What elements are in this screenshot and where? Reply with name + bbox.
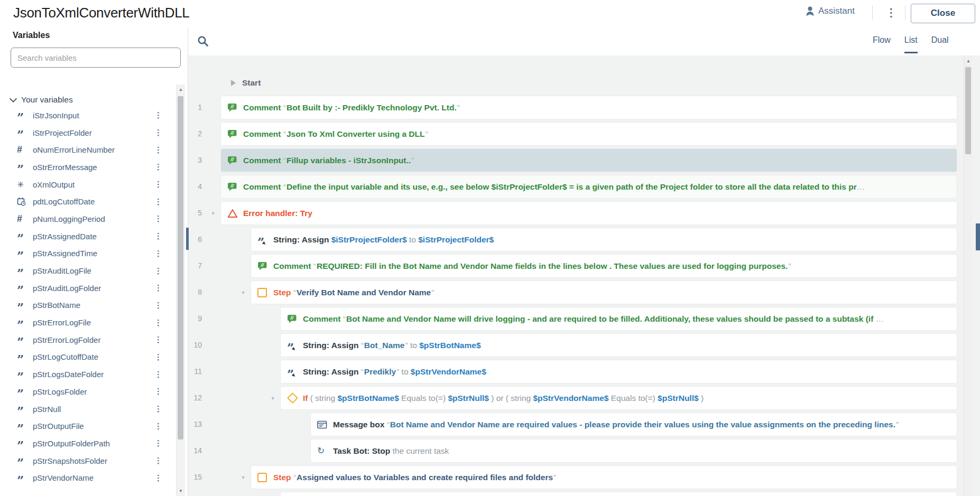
action-row[interactable]: If ( string $pStrBotName$ Equals to(=) $… xyxy=(281,387,957,409)
action-list-scrollbar-thumb[interactable] xyxy=(965,67,971,154)
start-node[interactable]: Start xyxy=(231,78,261,88)
variable-item[interactable]: ”pStrSnapshotsFolder⋮ xyxy=(0,452,175,470)
collapse-chevron-icon[interactable]: ▾ xyxy=(239,466,247,489)
variable-kebab-menu-icon[interactable]: ⋮ xyxy=(154,319,162,326)
variable-kebab-menu-icon[interactable]: ⋮ xyxy=(154,181,162,188)
variable-item[interactable]: ”pStrAssignedTime⋮ xyxy=(0,245,175,263)
row-text: String: Assign Predikly to $pStrVendorNa… xyxy=(303,360,954,383)
action-row[interactable]: Error handler: Try xyxy=(221,202,957,224)
variable-item[interactable]: ”iStrProjectFolder⋮ xyxy=(0,124,175,142)
variable-kebab-menu-icon[interactable]: ⋮ xyxy=(154,457,162,464)
string-type-icon: ” xyxy=(17,443,33,448)
collapse-chevron-icon[interactable]: ▾ xyxy=(209,202,217,224)
variable-name: pStrLogCutoffDate xyxy=(33,352,98,361)
scroll-up-arrow-icon[interactable]: ▲ xyxy=(964,59,973,63)
assign-arrow-icon xyxy=(262,241,266,245)
action-row[interactable]: //Comment Bot Built by :- Predikly Techn… xyxy=(221,96,957,119)
header-kebab-menu-icon[interactable]: ⋮ xyxy=(885,4,898,21)
variable-kebab-menu-icon[interactable]: ⋮ xyxy=(154,284,162,292)
variable-kebab-menu-icon[interactable]: ⋮ xyxy=(154,163,162,171)
action-row[interactable]: ↻Task Bot: Stop the current task xyxy=(311,439,957,462)
row-text-segment: String: Assign xyxy=(303,367,361,376)
row-text: Comment Define the input variable and it… xyxy=(243,175,954,198)
action-row[interactable]: //Comment Bot Name and Vendor Name will … xyxy=(281,307,957,330)
collapse-chevron-icon[interactable]: ▾ xyxy=(269,387,277,409)
variable-item[interactable]: ”pStrNull⋮ xyxy=(0,400,175,418)
variable-item[interactable]: ”iStrJsonInput⋮ xyxy=(0,107,175,124)
view-tab-list[interactable]: List xyxy=(904,32,918,53)
view-tab-flow[interactable]: Flow xyxy=(873,32,891,53)
search-variables-input[interactable] xyxy=(11,48,181,68)
variable-kebab-menu-icon[interactable]: ⋮ xyxy=(154,302,162,309)
your-variables-group-toggle[interactable]: Your variables xyxy=(11,95,73,105)
view-tab-dual[interactable]: Dual xyxy=(931,32,949,53)
variable-name: pStrAssignedTime xyxy=(33,249,97,258)
scroll-down-arrow-icon[interactable]: ▼ xyxy=(177,489,185,493)
action-row[interactable]: ”String: Assign $iStrProjectFolder$ to $… xyxy=(251,228,957,251)
variable-item[interactable]: ”pStrAuditLogFolder⋮ xyxy=(0,279,175,297)
sidebar-scrollbar[interactable]: ▲ ▼ xyxy=(176,85,185,496)
variable-item[interactable]: ”pStrOutputFile⋮ xyxy=(0,417,175,435)
action-row[interactable]: //Comment REQUIRED: Fill in the Bot Name… xyxy=(251,255,957,277)
assistant-person-icon xyxy=(806,6,815,16)
variable-kebab-menu-icon[interactable]: ⋮ xyxy=(154,474,162,482)
start-label: Start xyxy=(242,78,261,88)
variable-item[interactable]: pdtLogCutoffDate⋮ xyxy=(0,193,175,210)
comment-icon: // xyxy=(227,102,237,113)
variable-item[interactable]: ”pStrAuditLogFile⋮ xyxy=(0,262,175,279)
action-row[interactable]: //Comment Json To Xml Converter using a … xyxy=(221,123,957,145)
action-row[interactable]: ” xyxy=(281,492,957,496)
action-row[interactable]: //Comment Define the input variable and … xyxy=(221,175,957,198)
row-text-segment: $pStrVendorName$ xyxy=(533,394,608,403)
variable-item[interactable]: ”pStrLogCutoffDate⋮ xyxy=(0,349,175,366)
variable-item[interactable]: ”pStrAssignedDate⋮ xyxy=(0,228,175,245)
variable-kebab-menu-icon[interactable]: ⋮ xyxy=(154,232,162,240)
variable-kebab-menu-icon[interactable]: ⋮ xyxy=(154,439,162,447)
variable-kebab-menu-icon[interactable]: ⋮ xyxy=(154,423,162,430)
action-row[interactable]: Message box Bot Name and Vendor Name are… xyxy=(311,413,957,436)
variable-kebab-menu-icon[interactable]: ⋮ xyxy=(154,353,162,361)
variable-item[interactable]: #pNumLoggingPeriod⋮ xyxy=(0,210,175,228)
close-button[interactable]: Close xyxy=(911,4,975,23)
variable-item[interactable]: ”pStrOutputFolderPath⋮ xyxy=(0,435,175,452)
variable-item[interactable]: ”pStrBotName⋮ xyxy=(0,297,175,314)
variable-item[interactable]: #oNumErrorLineNumber⋮ xyxy=(0,141,175,158)
variable-item[interactable]: ”pStrLogsFolder⋮ xyxy=(0,383,175,400)
action-row[interactable]: Step Assigned values to Variables and cr… xyxy=(251,466,957,489)
variable-kebab-menu-icon[interactable]: ⋮ xyxy=(154,388,162,395)
variable-name: pStrErrorLogFile xyxy=(33,318,91,327)
variable-kebab-menu-icon[interactable]: ⋮ xyxy=(154,146,162,154)
row-text: Comment Json To Xml Converter using a DL… xyxy=(243,123,954,145)
variable-item[interactable]: ”pStrErrorLogFolder⋮ xyxy=(0,331,175,349)
variable-kebab-menu-icon[interactable]: ⋮ xyxy=(154,336,162,343)
variable-item[interactable]: ✳oXmlOutput⋮ xyxy=(0,176,175,193)
string-type-icon: ” xyxy=(17,339,33,344)
variable-kebab-menu-icon[interactable]: ⋮ xyxy=(154,405,162,413)
variables-panel: Variables Your variables ”iStrJsonInput⋮… xyxy=(0,27,188,496)
page-scrollbar-thumb[interactable] xyxy=(976,223,980,250)
action-row[interactable]: ”String: Assign Predikly to $pStrVendorN… xyxy=(281,360,957,383)
page-title: JsonToXmlConverterWithDLL xyxy=(13,5,190,21)
action-row[interactable]: //Comment Fillup variables - iStrJsonInp… xyxy=(221,149,957,172)
search-actions-icon[interactable] xyxy=(197,35,209,50)
variable-kebab-menu-icon[interactable]: ⋮ xyxy=(154,250,162,257)
variable-item[interactable]: ”pStrVendorName⋮ xyxy=(0,469,175,486)
action-row[interactable]: ”String: Assign Bot_Name to $pStrBotName… xyxy=(281,334,957,357)
variable-name: pStrOutputFolderPath xyxy=(33,439,110,448)
variable-name: pStrSnapshotsFolder xyxy=(33,456,107,465)
assistant-button[interactable]: Assistant xyxy=(806,6,855,16)
variable-kebab-menu-icon[interactable]: ⋮ xyxy=(154,111,162,119)
action-row[interactable]: Step Verify Bot Name and Vendor Name xyxy=(251,281,957,304)
variable-kebab-menu-icon[interactable]: ⋮ xyxy=(154,267,162,275)
variable-kebab-menu-icon[interactable]: ⋮ xyxy=(154,215,162,222)
variable-kebab-menu-icon[interactable]: ⋮ xyxy=(154,371,162,378)
variable-item[interactable]: ”pStrLogsDateFolder⋮ xyxy=(0,366,175,383)
variable-kebab-menu-icon[interactable]: ⋮ xyxy=(154,129,162,136)
action-list-scrollbar[interactable]: ▲ xyxy=(964,55,973,496)
variable-kebab-menu-icon[interactable]: ⋮ xyxy=(154,198,162,205)
variable-item[interactable]: ”oStrErrorMessage⋮ xyxy=(0,158,175,176)
collapse-chevron-icon[interactable]: ▾ xyxy=(239,281,247,304)
sidebar-scrollbar-thumb[interactable] xyxy=(178,96,183,439)
variable-item[interactable]: ”pStrErrorLogFile⋮ xyxy=(0,314,175,331)
scroll-up-arrow-icon[interactable]: ▲ xyxy=(177,87,185,92)
